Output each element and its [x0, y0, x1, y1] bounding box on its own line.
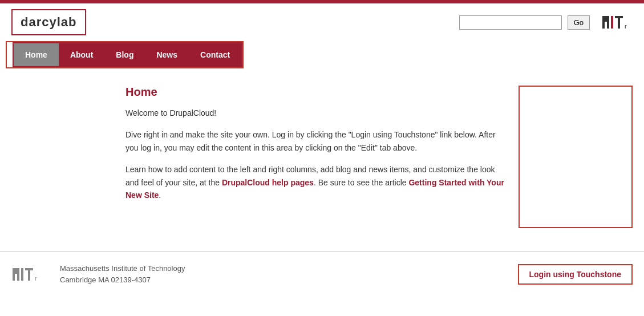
para-2: Dive right in and make the site your own…	[125, 128, 507, 154]
svg-text:r: r	[625, 23, 627, 30]
svg-rect-4	[615, 16, 623, 18]
search-input[interactable]	[459, 15, 562, 30]
para-1: Welcome to DrupalCloud!	[125, 107, 507, 119]
svg-rect-8	[15, 268, 17, 274]
footer-org-text: Massachusetts Institute of Technology Ca…	[60, 263, 185, 285]
para-3-end: .	[159, 191, 161, 200]
nav-blog[interactable]: Blog	[104, 43, 145, 66]
svg-rect-0	[602, 16, 605, 29]
content-right	[519, 86, 633, 228]
svg-rect-11	[25, 268, 33, 270]
page-title: Home	[125, 86, 507, 99]
site-logo: darcylab	[11, 9, 86, 35]
header-right: Go r	[459, 14, 633, 31]
svg-rect-9	[17, 268, 19, 281]
main-content: Home Welcome to DrupalCloud! Dive right …	[0, 74, 644, 240]
svg-rect-5	[618, 18, 620, 29]
footer: r Massachusetts Institute of Technology …	[0, 251, 644, 297]
para-3: Learn how to add content to the left and…	[125, 163, 507, 201]
svg-rect-10	[21, 268, 23, 281]
nav-news[interactable]: News	[145, 43, 189, 66]
nav-about[interactable]: About	[59, 43, 104, 66]
drupalcloud-link[interactable]: DrupalCloud help pages	[222, 178, 314, 187]
footer-login: Login using Touchstone	[518, 270, 633, 279]
svg-rect-2	[607, 16, 609, 29]
nav-wrapper: Home About Blog News Contact	[6, 41, 244, 68]
login-touchstone-button[interactable]: Login using Touchstone	[518, 264, 633, 285]
content-left: Home Welcome to DrupalCloud! Dive right …	[11, 86, 507, 228]
svg-rect-1	[605, 16, 607, 22]
search-button[interactable]: Go	[568, 15, 590, 30]
footer-org-line1: Massachusetts Institute of Technology	[60, 263, 185, 274]
nav-contact[interactable]: Contact	[189, 43, 241, 66]
svg-rect-12	[28, 270, 30, 281]
right-sidebar-box	[519, 86, 633, 228]
para-3-mid: . Be sure to see the article	[314, 178, 409, 187]
svg-text:r: r	[35, 275, 37, 282]
header: darcylab Go r	[0, 3, 644, 41]
mit-logo: r	[601, 14, 633, 31]
footer-org-line2: Cambridge MA 02139-4307	[60, 274, 185, 286]
nav-home[interactable]: Home	[14, 43, 59, 66]
svg-rect-3	[611, 16, 613, 29]
content-body: Welcome to DrupalCloud! Dive right in an…	[125, 107, 507, 201]
svg-rect-7	[13, 268, 15, 281]
nav-bar: Home About Blog News Contact	[13, 42, 242, 67]
footer-mit-logo: r	[11, 266, 43, 283]
